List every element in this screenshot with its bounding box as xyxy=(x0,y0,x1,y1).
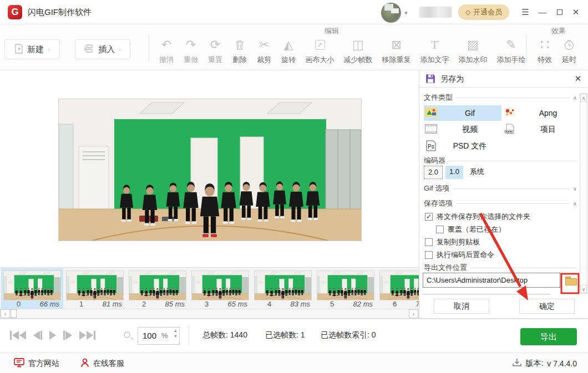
redo-button[interactable]: ↷ 重做 xyxy=(179,36,203,65)
reduce-frames-icon: ◫ xyxy=(352,36,364,54)
encoder-system[interactable]: 系统 xyxy=(466,166,488,179)
user-avatar[interactable] xyxy=(381,3,401,23)
collapse-icon[interactable]: ∧ xyxy=(573,95,577,101)
zoom-value[interactable]: 100 xyxy=(143,331,156,340)
file-type-gif[interactable]: Gif xyxy=(424,105,501,121)
first-frame-button[interactable] xyxy=(10,329,26,341)
crop-button[interactable]: ✂ 裁剪 xyxy=(252,36,276,65)
browse-folder-button[interactable] xyxy=(564,275,579,287)
add-watermark-button[interactable]: ▨ 添加水印 xyxy=(454,36,492,65)
checkbox-unchecked[interactable] xyxy=(436,226,444,233)
encoder-section: 编码器 xyxy=(424,156,577,165)
scroll-right-button[interactable]: › xyxy=(409,309,418,318)
trash-icon xyxy=(235,36,245,54)
maximize-button[interactable] xyxy=(553,6,566,18)
checkbox-checked[interactable]: ✓ xyxy=(425,213,433,221)
timeline-scrollbar[interactable]: ‹ › xyxy=(0,309,419,319)
online-support-link[interactable]: 在线客服 xyxy=(80,358,124,369)
official-website-link[interactable]: 官方网站 xyxy=(14,358,59,369)
last-frame-button[interactable] xyxy=(79,329,95,341)
timeline-frame-3[interactable]: 365 ms xyxy=(189,268,251,309)
step-up-icon: ▲ xyxy=(174,329,178,333)
app-title: 闪电GIF制作软件 xyxy=(28,7,92,18)
editor-canvas xyxy=(0,71,419,267)
panel-scrollbar[interactable]: ∧ ∨ xyxy=(580,93,587,294)
ok-button[interactable]: 确定 xyxy=(519,299,575,314)
add-drawing-button[interactable]: ✎ 添加手绘 xyxy=(492,36,530,65)
open-vip-button[interactable]: ◇ 开通会员 xyxy=(458,4,509,20)
video-preview[interactable] xyxy=(58,99,362,241)
zoom-spinner[interactable]: 100 % ▲▼ xyxy=(138,327,180,345)
menu-button[interactable]: ☰ xyxy=(519,6,532,18)
undo-icon: ↶ xyxy=(161,36,171,54)
frame-thumbnail xyxy=(191,270,249,300)
option-save-to-folder[interactable]: ✓ 将文件保存到你选择的文件夹 xyxy=(425,212,530,222)
playback-control-bar: 100 % ▲▼ 总帧数: 1440 已选帧数: 1 已选帧数索引: 0 导出 xyxy=(0,319,588,352)
option-copy-clipboard[interactable]: 复制到剪贴板 xyxy=(425,237,480,247)
selected-frames-stat: 已选帧数: 1 xyxy=(265,330,305,340)
delay-button[interactable]: 延时 xyxy=(557,36,581,65)
reduce-frames-button[interactable]: ◫ 减少帧数 xyxy=(339,36,377,65)
reset-icon: ⟳ xyxy=(210,36,220,54)
save-options-section: 保存选项 ∧ xyxy=(424,199,577,208)
next-frame-button[interactable] xyxy=(63,329,72,341)
zoom-search-icon xyxy=(123,331,134,342)
rotate-button[interactable]: ◭ 旋转 xyxy=(276,36,301,65)
watermark-icon: ▨ xyxy=(467,36,479,54)
insert-icon xyxy=(84,44,94,55)
scroll-down-button[interactable]: ∨ xyxy=(580,285,587,293)
timeline-frame-1[interactable]: 181 ms xyxy=(64,268,126,309)
chevron-right-icon: › xyxy=(48,46,50,53)
frame-thumbnail xyxy=(379,270,419,300)
file-type-video[interactable]: 视频 xyxy=(424,122,501,137)
scroll-left-button[interactable]: ‹ xyxy=(1,309,10,318)
play-button[interactable] xyxy=(49,329,56,341)
monitor-icon xyxy=(14,358,24,369)
collapse-icon[interactable]: ∧ xyxy=(573,201,577,207)
zoom-stepper[interactable]: ▲▼ xyxy=(174,329,178,338)
file-type-psd[interactable]: Ps PSD 文件 xyxy=(424,139,501,154)
username-blurred xyxy=(419,7,452,18)
timeline-frame-0[interactable]: 066 ms xyxy=(1,268,63,309)
frame-thumbnail xyxy=(3,270,61,300)
new-file-icon xyxy=(14,44,23,55)
timeline-frame-2[interactable]: 285 ms xyxy=(126,268,189,309)
minimize-button[interactable]: — xyxy=(536,6,549,18)
undo-button[interactable]: ↶ 撤消 xyxy=(154,36,179,65)
remove-duplicates-button[interactable]: ⊠ 移除重复 xyxy=(377,36,415,65)
expand-icon[interactable]: ∨ xyxy=(573,186,577,192)
option-post-command[interactable]: 执行编码后置命令 xyxy=(425,250,494,260)
timeline-frame-5[interactable]: 582 ms xyxy=(315,268,377,309)
version-info: 版本: v 7.4.4.0 xyxy=(513,358,577,369)
previous-frame-button[interactable] xyxy=(33,329,42,341)
reset-button[interactable]: ⟳ 重置 xyxy=(203,36,227,65)
checkbox-unchecked[interactable] xyxy=(425,251,433,259)
save-icon xyxy=(425,74,435,85)
add-text-button[interactable]: T 添加文字 xyxy=(415,36,454,65)
export-button[interactable]: 导出 xyxy=(520,328,577,345)
insert-button[interactable]: 插入 › xyxy=(75,39,130,59)
timeline-frame-4[interactable]: 483 ms xyxy=(252,268,314,309)
scrollbar-thumb[interactable] xyxy=(11,309,17,318)
checkbox-unchecked[interactable] xyxy=(425,238,433,246)
special-effects-button[interactable]: ∷ 特效 xyxy=(533,36,557,65)
close-button[interactable]: ✕ xyxy=(569,6,582,18)
edit-tools: ↶ 撤消 ↷ 重做 ⟳ 重置 删除 ✂ 裁剪 ◭ xyxy=(154,36,530,65)
gif-icon xyxy=(424,108,438,119)
scroll-up-button[interactable]: ∧ xyxy=(580,94,587,102)
redo-icon: ↷ xyxy=(186,36,196,54)
avatar-dropdown-caret-icon[interactable]: ▾ xyxy=(404,9,408,17)
file-type-apng[interactable]: Apng xyxy=(503,105,579,121)
encoder-1.0[interactable]: 1.0 xyxy=(445,166,463,179)
delete-button[interactable]: 删除 xyxy=(227,36,252,65)
file-type-project[interactable]: 项目 xyxy=(503,122,579,137)
vip-label: 开通会员 xyxy=(473,7,502,17)
export-path-input[interactable]: C:\Users\Administrator\Desktop xyxy=(423,273,560,288)
encoder-2.0[interactable]: 2.0 xyxy=(424,166,443,179)
option-overwrite[interactable]: 覆盖（若已存在） xyxy=(436,224,505,234)
cancel-button[interactable]: 取消 xyxy=(434,299,489,314)
panel-close-icon[interactable]: ✕ xyxy=(572,73,584,84)
timeline-frame-6[interactable]: 670 ms xyxy=(377,268,419,309)
new-button[interactable]: 新建 › xyxy=(4,39,60,59)
canvas-size-button[interactable]: ↗ 画布大小 xyxy=(301,36,339,65)
